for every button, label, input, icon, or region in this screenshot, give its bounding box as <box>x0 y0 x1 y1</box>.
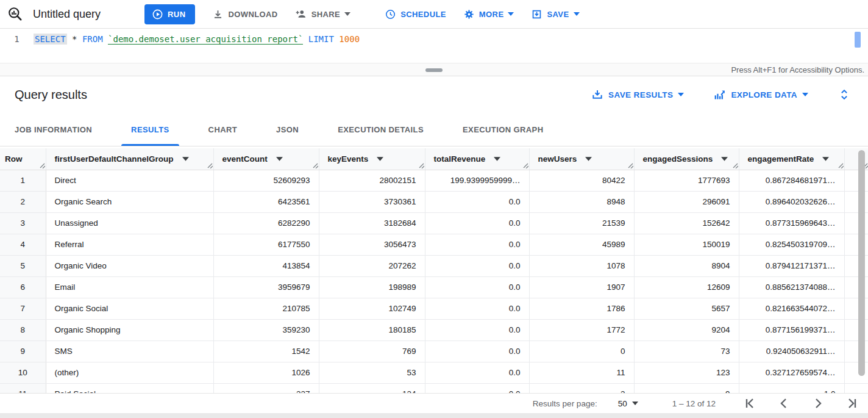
table-cell: 3959679 <box>213 276 319 298</box>
column-menu-icon[interactable] <box>182 157 189 161</box>
table-cell: 3056473 <box>319 234 425 255</box>
results-per-page-label: Results per page: <box>533 399 597 408</box>
table-cell: 199.9399959999… <box>425 170 529 191</box>
table-cell: 0.877156199371… <box>739 319 844 341</box>
table-cell: 0.0 <box>425 383 529 393</box>
row-number-cell: 8 <box>0 319 46 341</box>
download-button[interactable]: DOWNLOAD <box>212 9 277 20</box>
table-cell: 359230 <box>213 319 319 341</box>
sql-code-line[interactable]: SELECT * FROM `demo.demoset.user_acquisi… <box>34 29 360 63</box>
bigquery-query-icon <box>7 6 23 22</box>
tab-job-information[interactable]: JOB INFORMATION <box>5 113 102 146</box>
query-results-title: Query results <box>15 88 87 102</box>
table-header-row: Row firstUserDefaultChannelGroupeventCou… <box>0 148 868 170</box>
tab-chart[interactable]: CHART <box>199 113 247 146</box>
table-reference-link[interactable]: `demo.demoset.user_acquisition_report` <box>108 34 303 45</box>
table-cell: Unassigned <box>46 212 213 234</box>
table-cell: 102749 <box>319 298 425 319</box>
last-page-button[interactable] <box>845 396 859 411</box>
column-header[interactable]: engagementRate <box>739 148 844 170</box>
column-resize-handle[interactable] <box>733 163 738 168</box>
table-cell: 0.867284681971… <box>739 170 844 191</box>
table-row: 10(other)1026530.0111230.327127659574… <box>0 362 868 383</box>
save-results-icon <box>591 88 603 101</box>
run-button[interactable]: RUN <box>144 4 195 24</box>
column-header[interactable]: newUsers <box>529 148 634 170</box>
column-menu-icon[interactable] <box>276 157 283 161</box>
horizontal-scrollbar-track[interactable] <box>0 413 868 418</box>
table-cell: 45989 <box>529 234 634 255</box>
table-cell: 0.0 <box>425 319 529 341</box>
scrollbar-thumb[interactable] <box>858 150 865 376</box>
save-button[interactable]: SAVE <box>531 9 579 20</box>
column-header[interactable]: firstUserDefaultChannelGroup <box>46 148 213 170</box>
explore-data-chart-icon <box>713 88 726 101</box>
tab-results[interactable]: RESULTS <box>121 113 179 146</box>
expand-results-button[interactable] <box>838 88 851 101</box>
tab-execution-graph[interactable]: EXECUTION GRAPH <box>453 113 553 146</box>
chevron-down-icon <box>678 93 684 96</box>
column-header[interactable]: eventCount <box>213 148 319 170</box>
sql-keyword-from: FROM <box>82 34 103 44</box>
column-header[interactable]: keyEvents <box>319 148 425 170</box>
tab-execution-details[interactable]: EXECUTION DETAILS <box>328 113 433 146</box>
column-menu-icon[interactable] <box>377 157 383 161</box>
results-table-container: Row firstUserDefaultChannelGroupeventCou… <box>0 146 868 393</box>
column-resize-handle[interactable] <box>207 163 213 168</box>
table-cell: Organic Video <box>46 255 213 276</box>
table-cell: 769 <box>319 341 425 362</box>
unfold-icon <box>838 88 851 101</box>
table-cell: 0.877315969643… <box>739 212 844 234</box>
column-header[interactable]: totalRevenue <box>425 148 529 170</box>
table-cell: 5657 <box>634 298 739 319</box>
previous-page-button[interactable] <box>777 396 791 411</box>
table-cell: Email <box>46 276 213 298</box>
column-resize-handle[interactable] <box>628 163 633 168</box>
table-cell: 0.327127659574… <box>739 362 844 383</box>
column-menu-icon[interactable] <box>822 157 829 161</box>
column-menu-icon[interactable] <box>721 157 728 161</box>
column-resize-handle[interactable] <box>523 163 528 168</box>
table-cell: 0 <box>529 341 634 362</box>
editor-scrollbar-thumb[interactable] <box>855 32 861 48</box>
column-resize-handle[interactable] <box>419 163 424 168</box>
column-resize-handle[interactable] <box>313 163 318 168</box>
page-size-select[interactable]: 50 <box>618 399 638 408</box>
column-resize-handle[interactable] <box>838 163 844 168</box>
download-icon <box>212 9 224 20</box>
table-cell: 150019 <box>634 234 739 255</box>
table-row: 7Organic Social2107851027490.0178656570.… <box>0 298 868 319</box>
first-page-button[interactable] <box>742 396 757 411</box>
table-row: 11Paid Social3371340.0391.0 <box>0 383 868 393</box>
table-cell: 0.0 <box>425 276 529 298</box>
table-cell: 0.821663544072… <box>739 298 844 319</box>
table-cell: 1078 <box>529 255 634 276</box>
column-resize-handle[interactable] <box>40 163 45 168</box>
next-page-button[interactable] <box>811 396 825 411</box>
line-number: 1 <box>0 29 34 63</box>
chevron-down-icon <box>574 12 580 16</box>
tab-json[interactable]: JSON <box>266 113 308 146</box>
accessibility-hint: Press Alt+F1 for Accessibility Options. <box>731 65 864 74</box>
table-cell: 1907 <box>529 276 634 298</box>
explore-data-button[interactable]: EXPLORE DATA <box>713 88 808 101</box>
query-editor-toolbar: Untitled query RUN DOWNLOAD SHARE SCHEDU… <box>0 0 868 29</box>
table-cell: Paid Social <box>46 383 213 393</box>
column-menu-icon[interactable] <box>585 157 592 161</box>
table-row: 3Unassigned628229031826840.0215391526420… <box>0 212 868 234</box>
column-menu-icon[interactable] <box>494 157 500 161</box>
panel-resize-handle[interactable] <box>425 68 443 72</box>
table-cell: SMS <box>46 341 213 362</box>
column-header-row: Row <box>0 148 46 170</box>
share-button[interactable]: SHARE <box>295 8 351 20</box>
table-cell: 207262 <box>319 255 425 276</box>
table-cell: 0.825450319709… <box>739 234 844 255</box>
column-header[interactable]: engagedSessions <box>634 148 739 170</box>
sql-editor[interactable]: 1 SELECT * FROM `demo.demoset.user_acqui… <box>0 29 868 63</box>
table-cell: 3730361 <box>319 191 425 212</box>
more-button[interactable]: MORE <box>463 9 514 20</box>
schedule-button[interactable]: SCHEDULE <box>385 9 446 20</box>
save-results-button[interactable]: SAVE RESULTS <box>591 88 684 101</box>
table-vertical-scrollbar[interactable] <box>858 150 865 389</box>
table-row: 1Direct5260929328002151199.9399959999…80… <box>0 170 868 191</box>
